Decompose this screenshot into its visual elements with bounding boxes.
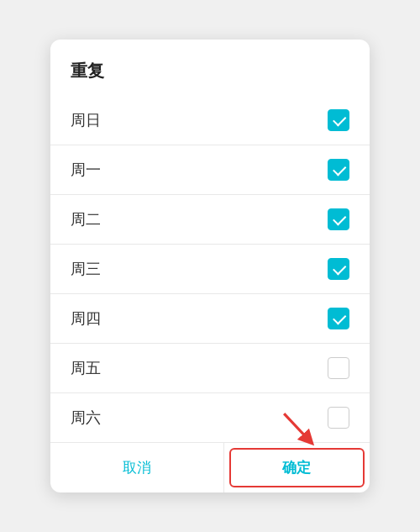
checkbox-monday[interactable] xyxy=(328,159,349,181)
dialog-footer: 取消 确定 xyxy=(50,442,370,492)
day-label: 周二 xyxy=(71,209,101,229)
day-label: 周六 xyxy=(71,408,101,428)
checkbox-thursday[interactable] xyxy=(328,308,349,329)
day-label: 周一 xyxy=(71,160,101,180)
confirm-button[interactable]: 确定 xyxy=(229,448,365,487)
dialog-title: 重复 xyxy=(50,40,370,96)
cancel-button[interactable]: 取消 xyxy=(50,443,224,492)
list-item: 周五 xyxy=(50,344,370,393)
days-list: 周日 周一 周二 周三 周四 周五 周六 xyxy=(50,96,370,442)
list-item: 周六 xyxy=(50,393,370,442)
day-label: 周三 xyxy=(71,259,101,279)
repeat-dialog: 重复 周日 周一 周二 周三 周四 周五 xyxy=(50,40,370,492)
list-item: 周二 xyxy=(50,195,370,245)
confirm-label: 确定 xyxy=(282,458,311,477)
checkbox-sunday[interactable] xyxy=(328,109,349,131)
checkbox-tuesday[interactable] xyxy=(328,208,349,230)
day-label: 周四 xyxy=(71,308,101,329)
checkbox-saturday[interactable] xyxy=(328,407,349,429)
day-label: 周五 xyxy=(71,358,101,378)
checkbox-wednesday[interactable] xyxy=(328,258,349,280)
day-label: 周日 xyxy=(71,110,101,130)
checkbox-friday[interactable] xyxy=(328,357,349,379)
list-item: 周日 xyxy=(50,96,370,145)
confirm-area: 确定 xyxy=(224,443,370,492)
list-item: 周一 xyxy=(50,145,370,195)
list-item: 周三 xyxy=(50,245,370,294)
list-item: 周四 xyxy=(50,294,370,344)
